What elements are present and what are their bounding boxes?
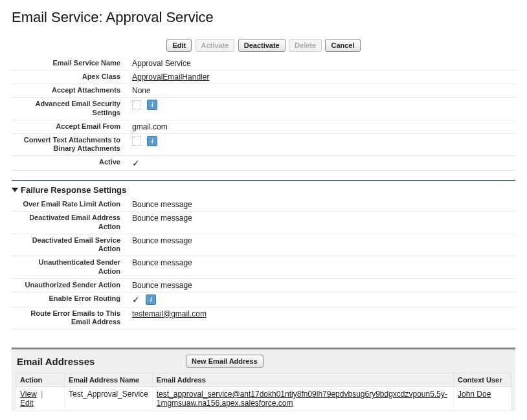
value-email-service-name: Approval Service (128, 57, 515, 71)
related-title-email-addresses: Email Addresses (17, 356, 185, 367)
label-apex-class: Apex Class (12, 71, 128, 84)
checkbox-advanced-email-security (132, 100, 141, 109)
table-row: View | Edit Test_Approval_Service test_a… (16, 387, 511, 411)
value-over-email-rate-limit: Bounce message (128, 198, 515, 212)
row-context-user-link[interactable]: John Doe (458, 390, 491, 399)
value-accept-attachments: None (128, 84, 515, 98)
th-action: Action (16, 373, 65, 387)
activate-button: Activate (196, 39, 235, 52)
label-unauthorized-sender: Unauthorized Sender Action (12, 278, 128, 292)
button-bar: Edit Activate Deactivate Delete Cancel (12, 39, 515, 52)
label-route-error-emails: Route Error Emails to This Email Address (12, 307, 128, 329)
section-title-failure: Failure Response Settings (21, 185, 126, 195)
info-icon[interactable]: i (146, 294, 156, 305)
value-unauthenticated-sender: Bounce message (128, 256, 515, 279)
value-apex-class-link[interactable]: ApprovalEmailHandler (132, 72, 209, 82)
value-unauthorized-sender: Bounce message (128, 278, 515, 292)
value-deactivated-email-service: Bounce message (128, 234, 515, 256)
value-route-error-emails-link[interactable]: testemail@gmail.com (132, 309, 207, 318)
checkmark-icon: ✓ (132, 294, 140, 305)
label-unauthenticated-sender: Unauthenticated Sender Action (12, 256, 128, 279)
new-email-address-button[interactable]: New Email Address (186, 355, 264, 368)
checkbox-convert-text-attachments (132, 137, 141, 146)
edit-button[interactable]: Edit (166, 39, 192, 52)
delete-button: Delete (289, 39, 322, 52)
title-name: Approval Service (106, 9, 214, 25)
detail-table: Email Service Name Approval Service Apex… (12, 57, 515, 171)
label-convert-text-attachments: Convert Text Attachments to Binary Attac… (12, 133, 128, 156)
th-email-address: Email Address (152, 373, 453, 387)
label-email-service-name: Email Service Name (12, 57, 128, 71)
value-deactivated-email-address: Bounce message (128, 212, 515, 234)
failure-detail-table: Over Email Rate Limit Action Bounce mess… (12, 198, 515, 329)
email-address-table: Action Email Address Name Email Address … (16, 373, 511, 411)
row-email-address-name: Test_Approval_Service (65, 387, 153, 411)
value-accept-email-from: gmail.com (128, 120, 515, 133)
row-view-link[interactable]: View (20, 390, 37, 399)
section-failure-response: Failure Response Settings Over Email Rat… (12, 180, 515, 329)
row-email-address-link[interactable]: test_approval_service@ant17dokh01ntiy8fn… (157, 390, 447, 408)
action-separator: | (41, 390, 43, 399)
label-active: Active (12, 156, 128, 171)
label-deactivated-email-address: Deactivated Email Address Action (12, 212, 128, 234)
label-accept-email-from: Accept Email From (12, 120, 128, 133)
section-header-failure[interactable]: Failure Response Settings (12, 183, 515, 198)
cancel-button[interactable]: Cancel (325, 39, 360, 52)
label-accept-attachments: Accept Attachments (12, 84, 128, 98)
info-icon[interactable]: i (147, 100, 157, 110)
row-edit-link[interactable]: Edit (20, 399, 34, 408)
info-icon[interactable]: i (147, 136, 157, 146)
deactivate-button[interactable]: Deactivate (238, 39, 286, 52)
collapse-icon (12, 188, 18, 192)
th-email-address-name: Email Address Name (65, 373, 153, 387)
title-prefix: Email Service: (12, 9, 106, 25)
th-context-user: Context User (454, 373, 511, 387)
label-deactivated-email-service: Deactivated Email Service Action (12, 234, 128, 256)
label-enable-error-routing: Enable Error Routing (12, 292, 128, 307)
label-advanced-email-security: Advanced Email Security Settings (12, 98, 128, 120)
checkmark-icon: ✓ (132, 158, 140, 168)
related-email-addresses: Email Addresses New Email Address Action… (12, 348, 515, 411)
page-title: Email Service: Approval Service (12, 9, 515, 26)
label-over-email-rate-limit: Over Email Rate Limit Action (12, 198, 128, 212)
